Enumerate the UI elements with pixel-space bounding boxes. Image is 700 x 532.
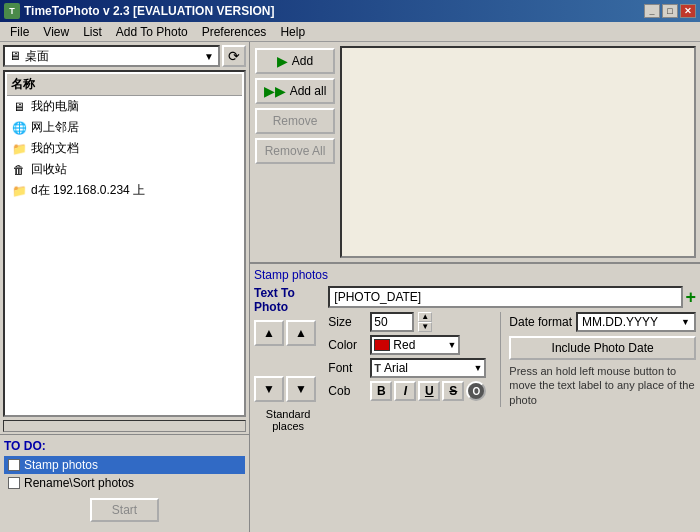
todo-label: TO DO: [4, 439, 245, 453]
italic-button[interactable]: I [394, 381, 416, 401]
minimize-button[interactable]: _ [644, 4, 660, 18]
menu-add-to-photo[interactable]: Add To Photo [110, 23, 194, 41]
recycle-icon: 🗑 [11, 162, 27, 178]
stamp-panel: Stamp photos Text To Photo ▲ ▲ ▼ ▼ Stand… [250, 262, 700, 532]
font-dropdown[interactable]: T Arial ▼ [370, 358, 486, 378]
app-icon: T [4, 3, 20, 19]
right-top: ▶ Add ▶▶ Add all Remove Remove All [250, 42, 700, 262]
checkbox-rename[interactable] [8, 477, 20, 489]
date-format-dropdown[interactable]: MM.DD.YYYY ▼ [576, 312, 696, 332]
action-buttons: ▶ Add ▶▶ Add all Remove Remove All [250, 42, 340, 262]
style-row: Cob B I U S O [328, 381, 486, 401]
circle-style-button[interactable]: O [466, 381, 486, 401]
tree-header: 名称 [7, 74, 242, 96]
todo-stamp-photos[interactable]: ✓ Stamp photos [4, 456, 245, 474]
ttp-label: Text To Photo [254, 286, 322, 314]
computer-icon: 🖥 [11, 99, 27, 115]
list-item[interactable]: 📁 d在 192.168.0.234 上 [7, 180, 242, 201]
stamp-right: + Size ▲ ▼ [328, 286, 696, 432]
color-label: Color [328, 338, 366, 352]
size-input[interactable] [370, 312, 414, 332]
menu-bar: File View List Add To Photo Preferences … [0, 22, 700, 42]
date-section: Date format MM.DD.YYYY ▼ Include Photo D… [500, 312, 696, 407]
close-button[interactable]: ✕ [680, 4, 696, 18]
size-spinner: ▲ ▼ [418, 312, 432, 332]
add-all-icon: ▶▶ [264, 83, 286, 99]
add-all-button[interactable]: ▶▶ Add all [255, 78, 335, 104]
size-label: Size [328, 315, 366, 329]
size-up[interactable]: ▲ [418, 312, 432, 322]
main-content: 🖥 桌面 ▼ ⟳ 名称 🖥 我的电脑 🌐 网上邻居 📁 我的文档 🗑 [0, 42, 700, 532]
menu-view[interactable]: View [37, 23, 75, 41]
size-row: Size ▲ ▼ [328, 312, 486, 332]
right-panel: ▶ Add ▶▶ Add all Remove Remove All Stamp… [250, 42, 700, 532]
color-arrow-icon: ▼ [447, 340, 456, 350]
include-photo-date-button[interactable]: Include Photo Date [509, 336, 696, 360]
arrow-buttons: ▲ ▲ ▼ ▼ [254, 320, 322, 402]
font-t-icon: T [374, 362, 381, 374]
photo-date-input[interactable] [328, 286, 683, 308]
add-icon: ▶ [277, 53, 288, 69]
app-title: TimeToPhoto v 2.3 [EVALUATION VERSION] [24, 4, 274, 18]
size-down[interactable]: ▼ [418, 322, 432, 332]
date-format-label: Date format [509, 315, 572, 329]
network-icon: 🌐 [11, 120, 27, 136]
preview-area [340, 46, 696, 258]
stamp-body: Text To Photo ▲ ▲ ▼ ▼ Standard places [254, 286, 696, 432]
refresh-button[interactable]: ⟳ [222, 45, 246, 67]
horizontal-scrollbar[interactable] [3, 420, 246, 432]
left-panel: 🖥 桌面 ▼ ⟳ 名称 🖥 我的电脑 🌐 网上邻居 📁 我的文档 🗑 [0, 42, 250, 532]
standard-places-label: Standard places [254, 408, 322, 432]
list-item[interactable]: 🗑 回收站 [7, 159, 242, 180]
arrow-down-right[interactable]: ▼ [286, 376, 316, 402]
arrow-up-left[interactable]: ▲ [254, 320, 284, 346]
ttp-section: Text To Photo ▲ ▲ ▼ ▼ Standard places [254, 286, 322, 432]
font-arrow-icon: ▼ [473, 363, 482, 373]
color-row: Color Red ▼ [328, 335, 486, 355]
style-label: Cob [328, 384, 366, 398]
path-bar: 🖥 桌面 ▼ ⟳ [0, 42, 249, 70]
arrow-up-right[interactable]: ▲ [286, 320, 316, 346]
date-format-row: Date format MM.DD.YYYY ▼ [509, 312, 696, 332]
date-format-arrow-icon: ▼ [681, 317, 690, 327]
arrow-down-left[interactable]: ▼ [254, 376, 284, 402]
color-swatch [374, 339, 390, 351]
font-label: Font [328, 361, 366, 375]
photo-date-row: + [328, 286, 696, 308]
hint-text: Press an hold left mouse button to move … [509, 364, 696, 407]
underline-button[interactable]: U [418, 381, 440, 401]
maximize-button[interactable]: □ [662, 4, 678, 18]
file-tree: 名称 🖥 我的电脑 🌐 网上邻居 📁 我的文档 🗑 回收站 📁 d在 192.1… [3, 70, 246, 417]
todo-rename-sort[interactable]: Rename\Sort photos [4, 474, 245, 492]
menu-help[interactable]: Help [274, 23, 311, 41]
path-value: 桌面 [25, 48, 200, 65]
path-arrow: ▼ [204, 51, 214, 62]
network-folder-icon: 📁 [11, 183, 27, 199]
plus-button[interactable]: + [685, 288, 696, 306]
font-row: Font T Arial ▼ [328, 358, 486, 378]
strikethrough-button[interactable]: S [442, 381, 464, 401]
menu-preferences[interactable]: Preferences [196, 23, 273, 41]
add-button[interactable]: ▶ Add [255, 48, 335, 74]
color-dropdown[interactable]: Red ▼ [370, 335, 460, 355]
checkbox-stamp[interactable]: ✓ [8, 459, 20, 471]
list-item[interactable]: 📁 我的文档 [7, 138, 242, 159]
path-dropdown[interactable]: 🖥 桌面 ▼ [3, 45, 220, 67]
todo-panel: TO DO: ✓ Stamp photos Rename\Sort photos… [0, 434, 249, 532]
menu-file[interactable]: File [4, 23, 35, 41]
remove-all-button[interactable]: Remove All [255, 138, 335, 164]
stamp-header: Stamp photos [254, 268, 696, 282]
list-item[interactable]: 🌐 网上邻居 [7, 117, 242, 138]
title-bar: T TimeToPhoto v 2.3 [EVALUATION VERSION]… [0, 0, 700, 22]
desktop-icon: 🖥 [9, 49, 21, 63]
menu-list[interactable]: List [77, 23, 108, 41]
start-button[interactable]: Start [90, 498, 159, 522]
style-buttons: B I U S O [370, 381, 486, 401]
remove-button[interactable]: Remove [255, 108, 335, 134]
folder-icon: 📁 [11, 141, 27, 157]
list-item[interactable]: 🖥 我的电脑 [7, 96, 242, 117]
bold-button[interactable]: B [370, 381, 392, 401]
